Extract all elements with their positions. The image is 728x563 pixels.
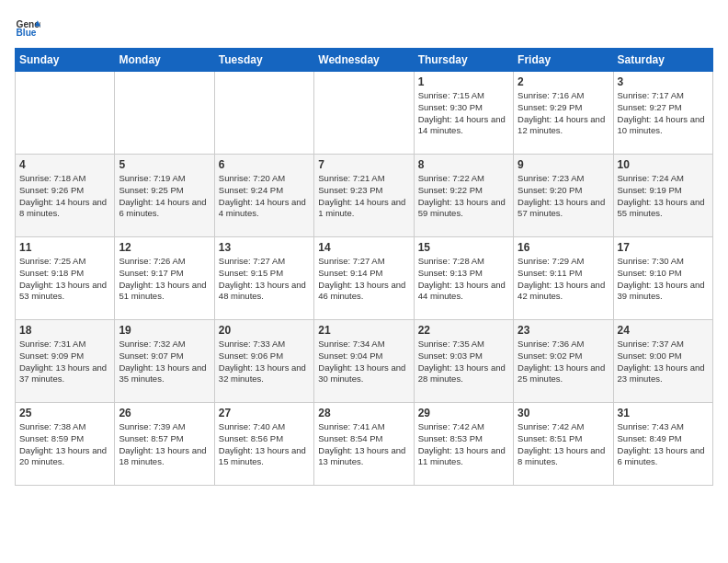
calendar-cell: 31Sunrise: 7:43 AM Sunset: 8:49 PM Dayli… [613, 403, 712, 486]
calendar-cell: 3Sunrise: 7:17 AM Sunset: 9:27 PM Daylig… [613, 72, 712, 155]
day-info: Sunrise: 7:23 AM Sunset: 9:20 PM Dayligh… [518, 173, 609, 220]
calendar-cell: 1Sunrise: 7:15 AM Sunset: 9:30 PM Daylig… [414, 72, 513, 155]
day-number: 11 [19, 241, 110, 254]
day-number: 30 [518, 407, 609, 419]
day-info: Sunrise: 7:20 AM Sunset: 9:24 PM Dayligh… [219, 173, 310, 220]
calendar-cell: 10Sunrise: 7:24 AM Sunset: 9:19 PM Dayli… [613, 155, 712, 237]
day-info: Sunrise: 7:34 AM Sunset: 9:04 PM Dayligh… [318, 339, 409, 385]
calendar-cell: 24Sunrise: 7:37 AM Sunset: 9:00 PM Dayli… [613, 320, 712, 403]
calendar-week-2: 4Sunrise: 7:18 AM Sunset: 9:26 PM Daylig… [16, 155, 713, 237]
calendar-cell: 21Sunrise: 7:34 AM Sunset: 9:04 PM Dayli… [314, 320, 414, 403]
header: General Blue [15, 15, 713, 40]
calendar-cell: 15Sunrise: 7:28 AM Sunset: 9:13 PM Dayli… [414, 237, 513, 320]
calendar-cell: 8Sunrise: 7:22 AM Sunset: 9:22 PM Daylig… [414, 155, 513, 237]
calendar-cell: 20Sunrise: 7:33 AM Sunset: 9:06 PM Dayli… [214, 320, 313, 403]
day-number: 9 [518, 158, 609, 171]
day-number: 7 [318, 158, 409, 171]
day-info: Sunrise: 7:32 AM Sunset: 9:07 PM Dayligh… [119, 339, 210, 385]
day-number: 23 [518, 324, 609, 337]
calendar-cell: 11Sunrise: 7:25 AM Sunset: 9:18 PM Dayli… [16, 237, 115, 320]
day-info: Sunrise: 7:18 AM Sunset: 9:26 PM Dayligh… [19, 173, 110, 220]
calendar-cell: 29Sunrise: 7:42 AM Sunset: 8:53 PM Dayli… [414, 403, 513, 486]
calendar-cell: 19Sunrise: 7:32 AM Sunset: 9:07 PM Dayli… [115, 320, 214, 403]
day-info: Sunrise: 7:22 AM Sunset: 9:22 PM Dayligh… [418, 173, 509, 220]
day-info: Sunrise: 7:31 AM Sunset: 9:09 PM Dayligh… [19, 339, 110, 385]
calendar-cell: 26Sunrise: 7:39 AM Sunset: 8:57 PM Dayli… [115, 403, 214, 486]
day-info: Sunrise: 7:26 AM Sunset: 9:17 PM Dayligh… [119, 256, 210, 303]
weekday-header-thursday: Thursday [414, 49, 513, 72]
day-info: Sunrise: 7:27 AM Sunset: 9:14 PM Dayligh… [318, 256, 409, 303]
calendar-cell: 14Sunrise: 7:27 AM Sunset: 9:14 PM Dayli… [314, 237, 414, 320]
logo: General Blue [15, 15, 40, 40]
day-info: Sunrise: 7:35 AM Sunset: 9:03 PM Dayligh… [418, 339, 509, 385]
calendar-cell: 28Sunrise: 7:41 AM Sunset: 8:54 PM Dayli… [314, 403, 414, 486]
calendar-cell: 30Sunrise: 7:42 AM Sunset: 8:51 PM Dayli… [514, 403, 613, 486]
day-info: Sunrise: 7:37 AM Sunset: 9:00 PM Dayligh… [618, 339, 709, 385]
day-number: 25 [19, 407, 110, 419]
calendar-week-3: 11Sunrise: 7:25 AM Sunset: 9:18 PM Dayli… [16, 237, 713, 320]
calendar-cell: 6Sunrise: 7:20 AM Sunset: 9:24 PM Daylig… [214, 155, 313, 237]
day-number: 20 [219, 324, 310, 337]
calendar-cell [214, 72, 313, 155]
calendar-body: 1Sunrise: 7:15 AM Sunset: 9:30 PM Daylig… [16, 72, 713, 486]
day-info: Sunrise: 7:40 AM Sunset: 8:56 PM Dayligh… [219, 421, 310, 468]
day-info: Sunrise: 7:36 AM Sunset: 9:02 PM Dayligh… [518, 339, 609, 385]
day-number: 3 [618, 75, 709, 88]
day-info: Sunrise: 7:42 AM Sunset: 8:51 PM Dayligh… [518, 421, 609, 468]
day-number: 2 [518, 75, 609, 88]
day-number: 21 [318, 324, 409, 337]
day-info: Sunrise: 7:41 AM Sunset: 8:54 PM Dayligh… [318, 421, 409, 468]
calendar-week-5: 25Sunrise: 7:38 AM Sunset: 8:59 PM Dayli… [16, 403, 713, 486]
day-number: 27 [219, 407, 310, 419]
day-info: Sunrise: 7:15 AM Sunset: 9:30 PM Dayligh… [418, 90, 509, 137]
logo-icon: General Blue [15, 15, 40, 40]
calendar-cell [115, 72, 214, 155]
day-number: 14 [318, 241, 409, 254]
day-number: 8 [418, 158, 509, 171]
calendar-header: SundayMondayTuesdayWednesdayThursdayFrid… [16, 49, 713, 72]
day-number: 16 [518, 241, 609, 254]
day-info: Sunrise: 7:19 AM Sunset: 9:25 PM Dayligh… [119, 173, 210, 220]
weekday-header-monday: Monday [115, 49, 214, 72]
calendar-cell: 25Sunrise: 7:38 AM Sunset: 8:59 PM Dayli… [16, 403, 115, 486]
calendar-table: SundayMondayTuesdayWednesdayThursdayFrid… [15, 48, 713, 486]
weekday-row: SundayMondayTuesdayWednesdayThursdayFrid… [16, 49, 713, 72]
day-info: Sunrise: 7:42 AM Sunset: 8:53 PM Dayligh… [418, 421, 509, 468]
weekday-header-wednesday: Wednesday [314, 49, 414, 72]
day-info: Sunrise: 7:39 AM Sunset: 8:57 PM Dayligh… [119, 421, 210, 468]
calendar-cell: 12Sunrise: 7:26 AM Sunset: 9:17 PM Dayli… [115, 237, 214, 320]
day-info: Sunrise: 7:33 AM Sunset: 9:06 PM Dayligh… [219, 339, 310, 385]
calendar-cell: 18Sunrise: 7:31 AM Sunset: 9:09 PM Dayli… [16, 320, 115, 403]
day-number: 4 [19, 158, 110, 171]
calendar-week-1: 1Sunrise: 7:15 AM Sunset: 9:30 PM Daylig… [16, 72, 713, 155]
calendar-cell: 16Sunrise: 7:29 AM Sunset: 9:11 PM Dayli… [514, 237, 613, 320]
calendar-cell: 9Sunrise: 7:23 AM Sunset: 9:20 PM Daylig… [514, 155, 613, 237]
day-info: Sunrise: 7:29 AM Sunset: 9:11 PM Dayligh… [518, 256, 609, 303]
day-number: 19 [119, 324, 210, 337]
day-number: 15 [418, 241, 509, 254]
day-number: 12 [119, 241, 210, 254]
day-number: 13 [219, 241, 310, 254]
calendar-cell: 27Sunrise: 7:40 AM Sunset: 8:56 PM Dayli… [214, 403, 313, 486]
calendar-cell [16, 72, 115, 155]
calendar-cell: 2Sunrise: 7:16 AM Sunset: 9:29 PM Daylig… [514, 72, 613, 155]
day-info: Sunrise: 7:30 AM Sunset: 9:10 PM Dayligh… [618, 256, 709, 303]
svg-text:Blue: Blue [17, 28, 37, 38]
calendar-cell: 23Sunrise: 7:36 AM Sunset: 9:02 PM Dayli… [514, 320, 613, 403]
calendar-cell: 5Sunrise: 7:19 AM Sunset: 9:25 PM Daylig… [115, 155, 214, 237]
weekday-header-tuesday: Tuesday [214, 49, 313, 72]
calendar-cell: 22Sunrise: 7:35 AM Sunset: 9:03 PM Dayli… [414, 320, 513, 403]
day-number: 17 [618, 241, 709, 254]
calendar-cell: 13Sunrise: 7:27 AM Sunset: 9:15 PM Dayli… [214, 237, 313, 320]
day-info: Sunrise: 7:25 AM Sunset: 9:18 PM Dayligh… [19, 256, 110, 303]
day-number: 10 [618, 158, 709, 171]
calendar-cell: 4Sunrise: 7:18 AM Sunset: 9:26 PM Daylig… [16, 155, 115, 237]
day-number: 22 [418, 324, 509, 337]
day-info: Sunrise: 7:24 AM Sunset: 9:19 PM Dayligh… [618, 173, 709, 220]
day-info: Sunrise: 7:43 AM Sunset: 8:49 PM Dayligh… [618, 421, 709, 468]
weekday-header-saturday: Saturday [613, 49, 712, 72]
day-number: 6 [219, 158, 310, 171]
day-info: Sunrise: 7:27 AM Sunset: 9:15 PM Dayligh… [219, 256, 310, 303]
day-number: 5 [119, 158, 210, 171]
day-number: 18 [19, 324, 110, 337]
